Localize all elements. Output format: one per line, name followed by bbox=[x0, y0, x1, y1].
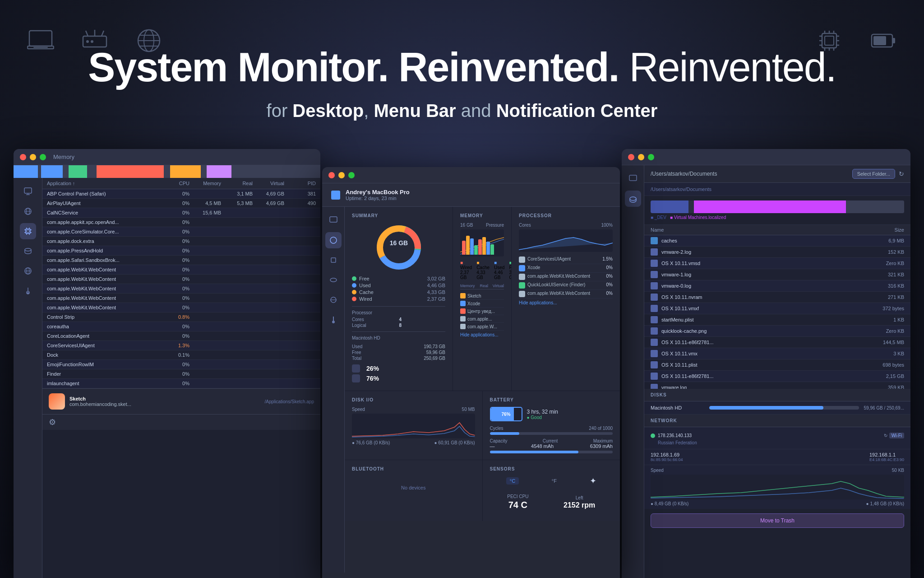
tl-close-right[interactable] bbox=[628, 154, 634, 160]
select-folder-btn[interactable]: Select Folder... bbox=[852, 169, 895, 179]
file-row[interactable]: caches 6,9 MB bbox=[644, 235, 910, 247]
table-row[interactable]: AirPlayUIAgent 0% 4,5 MB 5,3 MB 4,69 GB … bbox=[42, 199, 320, 208]
table-row[interactable]: com.apple.WebKit.WebContent 0% bbox=[42, 265, 320, 275]
unit-f-btn[interactable]: °F bbox=[552, 478, 557, 484]
capacity-row: Capacity Current Maximum bbox=[490, 438, 613, 443]
table-row[interactable]: CoreLocationAgent 0% bbox=[42, 331, 320, 341]
svg-point-7 bbox=[86, 40, 89, 43]
file-row[interactable]: quicklook-cache.png Zero KB bbox=[644, 326, 910, 337]
tl-close-mid[interactable] bbox=[328, 172, 335, 178]
tl-minimize-mid[interactable] bbox=[338, 172, 345, 178]
battery-card: BATTERY 76% 3 hrs, 32 min ● Good bbox=[483, 391, 620, 460]
tl-maximize-mid[interactable] bbox=[348, 172, 355, 178]
sidebar-icon-disk[interactable] bbox=[20, 243, 36, 259]
file-row[interactable]: vmware-2.log 152 KB bbox=[644, 247, 910, 258]
dv-label-vm: ■ Virtual Machines.localized bbox=[670, 215, 726, 220]
table-row[interactable]: com.apple.dock.extra 0% bbox=[42, 237, 320, 246]
file-size: 316 KB bbox=[868, 283, 904, 289]
mbar8 bbox=[490, 244, 494, 255]
right-panel-chrome bbox=[622, 149, 910, 165]
file-row[interactable]: OS X 10.11.vmxf 372 bytes bbox=[644, 303, 910, 314]
table-row[interactable]: imlaunchagent 0% bbox=[42, 379, 320, 388]
network-ip1: 178.236.140.133 bbox=[658, 433, 692, 438]
table-row[interactable]: com.apple.Safari.SandboxBrok... 0% bbox=[42, 256, 320, 265]
table-header: Application ↑ CPU Memory Real Virtual PI… bbox=[42, 178, 320, 189]
hd-used-val: 190,73 GB bbox=[424, 344, 445, 349]
file-row[interactable]: OS X 10.11.plist 698 bytes bbox=[644, 359, 910, 371]
tl-minimize[interactable] bbox=[30, 154, 36, 160]
table-row[interactable]: CoreServicesUIAgent 1.3% bbox=[42, 341, 320, 350]
mid-sidebar-temp2[interactable] bbox=[325, 312, 342, 328]
local-ip-1: 192.168.1.69 8c:85:90:5c:66:04 bbox=[651, 452, 683, 462]
process-real: 5,3 MB bbox=[221, 200, 253, 206]
table-row[interactable]: Finder 0% bbox=[42, 369, 320, 379]
file-row[interactable]: vmware.log 359 KB bbox=[644, 382, 910, 389]
network-row-1: 178.236.140.133 ↻ Wi-Fi bbox=[651, 433, 904, 438]
process-cpu: 0% bbox=[158, 362, 189, 367]
table-row[interactable]: com.apple.appkit.xpc.openAnd... 0% bbox=[42, 218, 320, 227]
file-row[interactable]: vmware-1.log 321 KB bbox=[644, 269, 910, 280]
file-row[interactable]: OS X 10.11-e86f2781... 144,5 MB bbox=[644, 337, 910, 348]
table-row[interactable]: Control Strip 0.8% bbox=[42, 312, 320, 322]
sidebar-icon-temp[interactable] bbox=[20, 283, 36, 299]
network-refresh-icon[interactable]: ↻ bbox=[884, 433, 887, 438]
unit-c-btn[interactable]: °C bbox=[506, 477, 519, 485]
table-row[interactable]: EmojiFunctionRowIM 0% bbox=[42, 360, 320, 369]
table-row[interactable]: Dock 0.1% bbox=[42, 350, 320, 360]
right-sb-disk[interactable] bbox=[625, 191, 641, 207]
capacity-bar-fill bbox=[490, 451, 578, 453]
table-row[interactable]: coreautha 0% bbox=[42, 322, 320, 331]
file-name: caches bbox=[661, 238, 868, 243]
file-row[interactable]: OS X 10.11.vmx 3 KB bbox=[644, 348, 910, 359]
mbar5 bbox=[478, 239, 482, 255]
right-sb-monitor[interactable] bbox=[625, 171, 641, 187]
dock-app-item[interactable]: Sketch com.bohemiancoding.sket... /Appli… bbox=[42, 388, 320, 414]
tl-maximize[interactable] bbox=[40, 154, 46, 160]
svg-rect-38 bbox=[27, 230, 29, 233]
table-row[interactable]: com.apple.WebKit.WebContent 0% bbox=[42, 303, 320, 312]
processor-summary: Processor Cores 4 Logical 8 bbox=[352, 306, 445, 328]
sidebar-icon-cpu[interactable] bbox=[20, 223, 36, 239]
refresh-icon[interactable]: ↻ bbox=[899, 170, 904, 177]
sensors-row: PECI CPU 74 C Left 2152 rpm bbox=[490, 489, 613, 515]
tl-maximize-right[interactable] bbox=[648, 154, 654, 160]
svg-point-51 bbox=[27, 292, 29, 294]
file-row[interactable]: startMenu.plist 1 KB bbox=[644, 314, 910, 326]
net-speed-max: 50 KB bbox=[892, 468, 904, 473]
table-row[interactable]: com.apple.WebKit.WebContent 0% bbox=[42, 294, 320, 303]
file-size: 2,15 GB bbox=[868, 373, 904, 379]
folder-path: /Users/atsarkov/Documents bbox=[651, 171, 717, 177]
mid-sidebar-monitor[interactable] bbox=[325, 212, 342, 228]
mid-sidebar-disk2[interactable] bbox=[325, 272, 342, 288]
table-row[interactable]: com.apple.CoreSimulator.Core... 0% bbox=[42, 227, 320, 237]
mid-sidebar-globe[interactable] bbox=[325, 232, 342, 248]
col-pid: PID bbox=[284, 181, 316, 186]
hide-proc-apps[interactable]: Hide applications... bbox=[519, 300, 613, 305]
sidebar-icon-globe[interactable] bbox=[20, 263, 36, 279]
mid-sidebar-globe2[interactable] bbox=[325, 292, 342, 308]
legend-used: Used 4,46 GB bbox=[352, 283, 445, 288]
table-row[interactable]: com.apple.WebKit.WebContent 0% bbox=[42, 284, 320, 294]
proc-app-row: CoreServicesUIAgent 1.5% bbox=[519, 256, 613, 264]
mid-sidebar-cpu2[interactable] bbox=[325, 252, 342, 268]
table-row[interactable]: CalNCService 0% 15,6 MB bbox=[42, 208, 320, 218]
disk-io-card: DISK I/O Speed 50 MB ● 76,6 G bbox=[345, 391, 483, 460]
table-row[interactable]: ABP Control Panel (Safari) 0% 3,1 MB 4,6… bbox=[42, 189, 320, 199]
mem-bar-free bbox=[231, 165, 320, 178]
tl-close[interactable] bbox=[20, 154, 26, 160]
tl-minimize-right[interactable] bbox=[638, 154, 644, 160]
net-speed-row: Speed 50 KB bbox=[651, 468, 904, 473]
file-row[interactable]: OS X 10.11.nvram 271 KB bbox=[644, 292, 910, 303]
sidebar-icon-monitor[interactable] bbox=[20, 183, 36, 200]
file-row[interactable]: OS X 10.11-e86f2781... 2,15 GB bbox=[644, 371, 910, 382]
table-row[interactable]: com.apple.PressAndHold 0% bbox=[42, 246, 320, 256]
dashboard-scroll[interactable]: SUMMARY bbox=[345, 207, 620, 573]
mem-bar-gap1 bbox=[38, 165, 41, 178]
sidebar-icon-network[interactable] bbox=[20, 203, 36, 219]
hide-memory-apps[interactable]: Hide applications... bbox=[460, 332, 504, 337]
move-to-trash-btn[interactable]: Move to Trash bbox=[651, 513, 904, 528]
file-row[interactable]: OS X 10.11.vmsd Zero KB bbox=[644, 258, 910, 269]
file-row[interactable]: vmware-0.log 316 KB bbox=[644, 280, 910, 292]
table-row[interactable]: com.apple.WebKit.WebContent 0% bbox=[42, 275, 320, 284]
settings-icon[interactable]: ⚙ bbox=[49, 418, 56, 427]
